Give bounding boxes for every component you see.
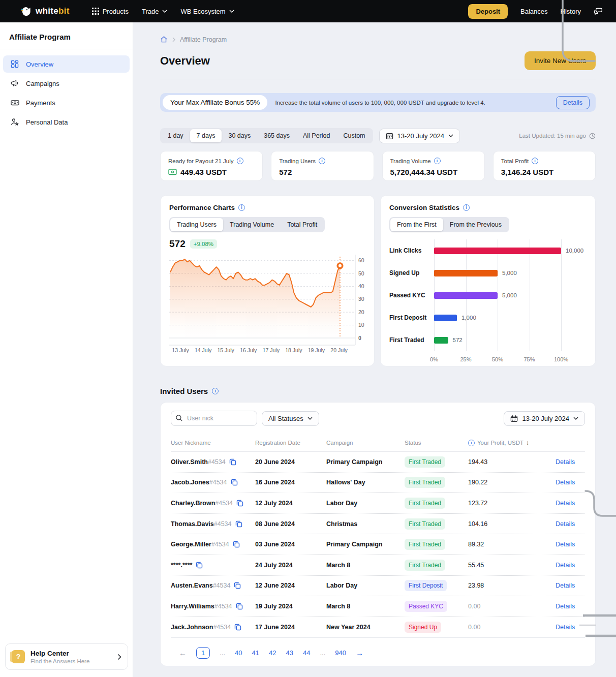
page-button-940[interactable]: 940: [335, 649, 346, 657]
performance-tab-total-profit[interactable]: Total Profit: [281, 218, 324, 231]
info-icon[interactable]: i: [237, 158, 243, 164]
stat-cards: Ready for Payout 21 Julyi 449.43 USDT Tr…: [160, 151, 596, 181]
bonus-details-button[interactable]: Details: [556, 96, 590, 109]
details-link[interactable]: Details: [556, 624, 575, 631]
copy-icon[interactable]: [235, 520, 242, 528]
page-button-44[interactable]: 44: [303, 649, 310, 657]
invited-user-row: Jack.Johnson#453417 June 2024New Year 20…: [171, 617, 585, 638]
cell-user-nickname: Harry.Williams#4534: [171, 603, 255, 610]
pagination-ellipsis: ...: [320, 649, 325, 657]
period-tab-all-period[interactable]: All Period: [296, 129, 337, 142]
copy-icon[interactable]: [236, 603, 243, 610]
sidebar-item-campaigns[interactable]: Campaigns: [3, 75, 130, 92]
details-link[interactable]: Details: [556, 541, 575, 548]
conversion-xtick-label: 100%: [554, 356, 568, 362]
page-button-42[interactable]: 42: [269, 649, 276, 657]
search-input[interactable]: [171, 411, 257, 426]
clock-icon: [589, 133, 596, 139]
user-nickname: Austen.Evans: [171, 582, 213, 589]
balances-link[interactable]: Balances: [520, 8, 547, 15]
next-page-button[interactable]: →: [356, 649, 363, 657]
copy-icon[interactable]: [196, 562, 203, 569]
nav-trade[interactable]: Trade: [142, 8, 167, 15]
details-link[interactable]: Details: [556, 582, 575, 589]
info-icon[interactable]: i: [463, 204, 470, 211]
home-icon[interactable]: [160, 36, 168, 43]
cell-registration-date: 12 June 2024: [255, 582, 326, 589]
invite-new-users-button[interactable]: Invite New Users: [525, 51, 596, 70]
nav-wb-ecosystem[interactable]: WB Ecosystem: [180, 8, 234, 15]
details-link[interactable]: Details: [556, 458, 575, 466]
copy-icon[interactable]: [234, 624, 241, 631]
whitebit-logo[interactable]: whitebit: [20, 6, 70, 17]
info-icon[interactable]: i: [532, 158, 538, 164]
conversion-bar: [434, 292, 498, 299]
period-tab-custom[interactable]: Custom: [336, 129, 372, 142]
page-button-43[interactable]: 43: [286, 649, 293, 657]
conversion-tab-from-the-first[interactable]: From the First: [390, 218, 443, 231]
conversion-category-label: First Traded: [389, 336, 434, 344]
conversion-tab-from-the-previous[interactable]: From the Previous: [443, 218, 508, 231]
conversion-rows: Link Clicks10,000Signed Up5,000Passed KY…: [389, 239, 587, 351]
title-divider: [160, 79, 596, 79]
copy-icon[interactable]: [234, 582, 241, 589]
history-link[interactable]: History: [561, 8, 581, 15]
copy-icon[interactable]: [233, 541, 240, 548]
cell-registration-date: 19 July 2024: [255, 603, 326, 610]
page-button-41[interactable]: 41: [252, 649, 259, 657]
performance-tab-trading-users[interactable]: Trading Users: [170, 218, 223, 231]
status-filter-value: All Statuses: [268, 415, 303, 422]
page-button-40[interactable]: 40: [235, 649, 242, 657]
info-icon[interactable]: i: [434, 158, 441, 164]
col-registration-date[interactable]: Registration Date: [255, 439, 326, 446]
status-filter-dropdown[interactable]: All Statuses: [262, 411, 319, 426]
info-icon[interactable]: i: [468, 440, 475, 446]
col-campaign[interactable]: Campaign: [326, 439, 405, 446]
details-link[interactable]: Details: [556, 603, 575, 610]
status-badge: Signed Up: [405, 622, 441, 633]
breadcrumb-page[interactable]: Affiliate Program: [180, 36, 227, 43]
copy-icon[interactable]: [231, 479, 238, 486]
performance-current-value: 572: [169, 238, 186, 250]
conversion-xtick-label: 50%: [492, 356, 503, 362]
page-button-1[interactable]: 1: [196, 647, 210, 659]
table-date-range-picker[interactable]: 13-20 July 2024: [504, 411, 585, 426]
invited-users-heading: Invited Users i: [160, 387, 596, 395]
banknote-icon: [10, 99, 19, 106]
performance-tab-trading-volume[interactable]: Trading Volume: [223, 218, 281, 231]
copy-icon[interactable]: [236, 500, 243, 507]
sidebar-item-overview[interactable]: Overview: [3, 55, 130, 73]
period-tabs: 1 day7 days30 days365 daysAll PeriodCust…: [160, 128, 373, 143]
col-status[interactable]: Status: [405, 439, 468, 446]
sort-desc-icon[interactable]: ↓: [526, 439, 529, 446]
period-tab-365-days[interactable]: 365 days: [257, 129, 296, 142]
deposit-button[interactable]: Deposit: [468, 4, 508, 19]
col-actions: [556, 439, 585, 446]
sidebar-item-personal-data[interactable]: Personal Data: [3, 113, 130, 131]
pagination-ellipsis: ...: [220, 649, 225, 657]
help-center-card[interactable]: ? Help Center Find the Answers Here: [5, 643, 128, 670]
sidebar-item-payments[interactable]: Payments: [3, 94, 130, 111]
info-icon[interactable]: i: [319, 158, 325, 164]
details-link[interactable]: Details: [556, 500, 575, 507]
col-your-profit[interactable]: i Your Profit, USDT ↓: [468, 439, 556, 446]
info-icon[interactable]: i: [212, 388, 219, 394]
details-link[interactable]: Details: [556, 479, 575, 486]
user-id: #4534: [208, 458, 226, 466]
prev-page-button[interactable]: ←: [179, 649, 187, 657]
col-user-nickname[interactable]: User Nickname: [171, 439, 255, 446]
invited-users-title: Invited Users: [160, 387, 208, 395]
date-range-picker[interactable]: 13-20 July 2024: [379, 129, 460, 143]
copy-icon[interactable]: [229, 458, 236, 466]
period-tab-7-days[interactable]: 7 days: [190, 129, 222, 142]
period-tab-1-day[interactable]: 1 day: [161, 129, 190, 142]
info-icon[interactable]: i: [238, 204, 245, 211]
details-link[interactable]: Details: [556, 520, 575, 528]
nav-products[interactable]: Products: [92, 8, 129, 15]
conversion-bar-track: 5,000: [434, 270, 561, 276]
nav-wb-ecosystem-label: WB Ecosystem: [180, 8, 225, 15]
support-chat-icon[interactable]: [594, 7, 603, 15]
period-tab-30-days[interactable]: 30 days: [222, 129, 257, 142]
conversion-bar-track: 5,000: [434, 292, 561, 299]
details-link[interactable]: Details: [556, 562, 575, 569]
